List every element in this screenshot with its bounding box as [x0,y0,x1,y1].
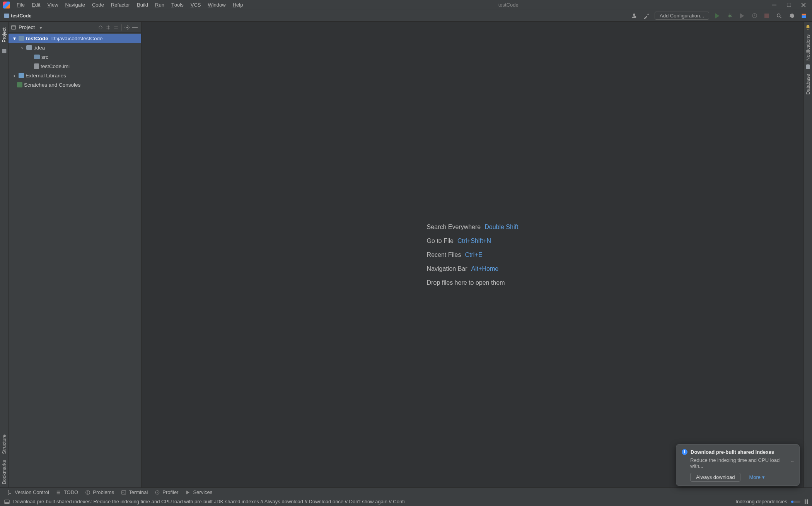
tab-profiler[interactable]: Profiler [155,489,178,495]
menu-vcs[interactable]: VCS [187,0,205,10]
menu-code[interactable]: Code [89,0,107,10]
breadcrumb-root[interactable]: testCode [4,13,31,19]
settings-icon[interactable] [787,12,796,20]
user-role-icon[interactable] [630,12,638,20]
file-icon [34,63,39,69]
svg-rect-23 [807,499,808,504]
svg-point-13 [10,493,11,494]
menu-window[interactable]: Window [204,0,229,10]
menu-file[interactable]: File [13,0,28,10]
status-bar: Download pre-built shared indexes: Reduc… [0,497,812,506]
tree-node-iml[interactable]: testCode.iml [9,62,141,71]
svg-rect-16 [122,491,126,494]
tree-scratches[interactable]: Scratches and Consoles [9,80,141,89]
tree-node-label: Scratches and Consoles [24,82,80,88]
progress-bar[interactable] [791,500,800,504]
pause-indexing-icon[interactable] [804,499,808,504]
commit-toolwindow-icon[interactable] [1,48,7,54]
menu-view[interactable]: View [44,0,61,10]
view-mode-dropdown[interactable]: ▾ [39,24,42,31]
hint-shortcut: Alt+Home [471,265,499,272]
tree-root-name: testCode [26,36,48,41]
tree-root-path: D:\java\code\testCode [51,36,103,41]
project-tree[interactable]: ▾ testCode D:\java\code\testCode › .idea… [9,33,141,487]
always-download-button[interactable]: Always download [690,473,740,482]
tab-services[interactable]: Services [185,489,212,495]
tw-settings-icon[interactable] [123,24,131,31]
project-tw-title: Project [19,24,35,30]
chevron-right-icon[interactable]: › [19,45,25,51]
app-icon [3,2,10,9]
svg-rect-0 [772,5,776,5]
collapse-all-icon[interactable] [112,24,120,31]
svg-rect-7 [12,26,16,29]
hint-label: Go to File [427,238,454,244]
coverage-button[interactable] [738,12,746,20]
menu-build[interactable]: Build [133,0,152,10]
info-icon: i [682,449,687,455]
svg-rect-9 [132,27,138,27]
navigation-bar: testCode Add Configuration... [0,10,812,22]
tool-tab-project[interactable]: Project [2,24,7,46]
status-panel-icon[interactable] [4,499,10,505]
source-folder-icon [34,55,40,59]
close-button[interactable] [800,1,807,9]
menu-run[interactable]: Run [152,0,168,10]
tab-label: Services [193,489,212,495]
build-icon[interactable] [642,12,651,20]
tool-tab-bookmarks[interactable]: Bookmarks [2,457,7,487]
window-title: testCode [246,2,770,8]
hide-tw-icon[interactable] [131,24,139,31]
editor-empty-state[interactable]: Search EverywhereDouble Shift Go to File… [142,22,803,487]
more-link[interactable]: More ▾ [749,474,764,480]
separator [121,24,122,31]
chevron-right-icon[interactable]: › [12,73,17,79]
svg-point-11 [8,490,9,491]
minimize-button[interactable] [770,1,778,9]
tool-tab-structure[interactable]: Structure [2,431,7,457]
ide-avatar-icon[interactable] [800,12,808,20]
profiler-run-button[interactable] [750,12,759,20]
main-area: Project Structure Bookmarks Project ▾ ▾ [0,22,812,487]
indexing-status[interactable]: Indexing dependencies [735,499,787,504]
run-button[interactable] [713,12,722,20]
menubar: FileEditViewNavigateCodeRefactorBuildRun… [0,0,812,10]
status-message[interactable]: Download pre-built shared indexes: Reduc… [13,499,735,504]
notification-title: Download pre-built shared indexes [691,449,774,455]
debug-button[interactable] [725,12,734,20]
svg-rect-22 [805,499,806,504]
chevron-down-icon[interactable]: ▾ [12,35,17,41]
expand-all-icon[interactable] [104,24,112,31]
tool-tab-database[interactable]: Database [805,71,811,98]
tree-root[interactable]: ▾ testCode D:\java\code\testCode [9,34,141,43]
database-icon[interactable] [805,64,811,71]
tool-tab-notifications[interactable]: Notifications [805,31,811,64]
menu-refactor[interactable]: Refactor [107,0,133,10]
tab-problems[interactable]: Problems [85,489,114,495]
notifications-bell-icon[interactable] [805,24,811,31]
libraries-icon [19,73,24,78]
add-configuration-button[interactable]: Add Configuration... [655,12,709,20]
menu-navigate[interactable]: Navigate [62,0,89,10]
maximize-button[interactable] [785,1,793,9]
tab-label: Problems [93,489,114,495]
tree-node-label: .idea [34,45,45,51]
folder-icon [4,14,9,18]
menu-tools[interactable]: Tools [168,0,187,10]
tree-node-idea[interactable]: › .idea [9,43,141,52]
tab-todo[interactable]: TODO [56,489,78,495]
select-opened-file-icon[interactable] [97,24,104,31]
stop-button[interactable] [763,12,771,20]
tree-node-src[interactable]: src [9,52,141,62]
project-view-icon [11,25,16,30]
collapse-notification-icon[interactable]: ⌄ [790,458,795,463]
hint-label: Navigation Bar [427,265,467,272]
tab-label: Profiler [162,489,178,495]
tab-terminal[interactable]: Terminal [121,489,148,495]
search-everywhere-icon[interactable] [775,12,783,20]
tab-version-control[interactable]: Version Control [7,489,49,495]
menu-help[interactable]: Help [229,0,247,10]
menu-edit[interactable]: Edit [28,0,44,10]
scratches-icon [17,82,22,87]
tree-external-libs[interactable]: › External Libraries [9,71,141,80]
